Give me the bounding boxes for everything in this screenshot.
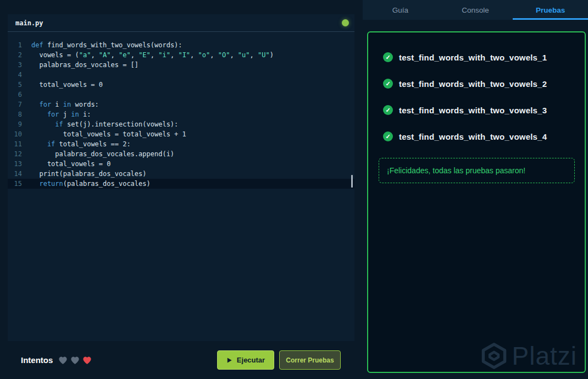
check-icon: ✓: [383, 52, 393, 62]
code-line-text: total_vowels = 0: [31, 159, 111, 169]
line-number: 1: [8, 40, 22, 50]
test-result-row: ✓test_find_words_with_two_vowels_1: [383, 52, 585, 62]
line-number: 6: [8, 90, 22, 100]
editor-footer: Intentos Ejecutar Correr Pruebas: [8, 341, 341, 379]
code-line-text: if total_vowels == 2:: [31, 139, 131, 149]
code-line-text: for j in i:: [31, 109, 91, 119]
code-line[interactable]: 1def find_words_with_two_vowels(words):: [8, 40, 354, 50]
code-line[interactable]: 14 print(palabras_dos_vocales): [8, 169, 354, 179]
run-tests-label: Correr Pruebas: [286, 356, 334, 364]
congrats-message: ¡Felicidades, todas las pruebas pasaron!: [387, 166, 525, 175]
tab-bar: GuíaConsolePruebas: [363, 0, 588, 20]
tab-guia[interactable]: Guía: [363, 0, 438, 20]
footer-buttons: Ejecutar Correr Pruebas: [217, 350, 341, 370]
test-results-list: ✓test_find_words_with_two_vowels_1✓test_…: [368, 52, 585, 141]
test-name: test_find_words_with_two_vowels_4: [399, 132, 547, 141]
editor-header: main.py: [8, 14, 354, 32]
attempts-label: Intentos: [21, 355, 53, 365]
line-number: 3: [8, 60, 22, 70]
line-number: 9: [8, 119, 22, 129]
code-line[interactable]: 9 if set(j).intersection(vowels):: [8, 119, 354, 129]
line-number: 7: [8, 100, 22, 109]
line-number: 5: [8, 80, 22, 90]
check-icon: ✓: [383, 105, 393, 115]
attempts-hearts: [58, 356, 92, 365]
code-line[interactable]: 4: [8, 70, 354, 80]
line-number: 12: [8, 149, 22, 159]
code-line[interactable]: 11 if total_vowels == 2:: [8, 139, 354, 149]
check-icon: ✓: [383, 79, 393, 89]
code-line[interactable]: 12 palabras_dos_vocales.append(i): [8, 149, 354, 159]
tab-console[interactable]: Console: [438, 0, 513, 20]
line-number: 8: [8, 109, 22, 119]
line-number: 10: [8, 129, 22, 139]
code-line[interactable]: 7 for i in words:: [8, 100, 354, 109]
scrollbar-marker[interactable]: [351, 175, 353, 188]
play-icon: [226, 357, 232, 364]
check-icon: ✓: [383, 131, 393, 141]
watermark-text: Platzi: [512, 341, 577, 371]
code-line-text: def find_words_with_two_vowels(words):: [31, 40, 182, 50]
code-area[interactable]: 1def find_words_with_two_vowels(words):2…: [8, 32, 354, 189]
code-line-text: total_vowels = 0: [31, 80, 103, 90]
code-line-text: palabras_dos_vocales.append(i): [31, 149, 174, 159]
line-number: 15: [8, 179, 22, 189]
code-line-text: for i in words:: [31, 100, 99, 109]
test-result-row: ✓test_find_words_with_two_vowels_3: [383, 105, 585, 115]
tab-pruebas[interactable]: Pruebas: [513, 0, 588, 20]
status-dot-icon: [342, 19, 349, 26]
platzi-logo-icon: [480, 341, 508, 371]
file-name: main.py: [15, 19, 43, 27]
run-button-label: Ejecutar: [237, 356, 265, 364]
test-result-row: ✓test_find_words_with_two_vowels_4: [383, 131, 585, 141]
code-line[interactable]: 15 return(palabras_dos_vocales): [8, 179, 354, 189]
editor-pane: main.py 1def find_words_with_two_vowels(…: [0, 0, 363, 379]
test-name: test_find_words_with_two_vowels_3: [399, 106, 547, 115]
code-line[interactable]: 10 total_vowels = total_vowels + 1: [8, 129, 354, 139]
line-number: 13: [8, 159, 22, 169]
test-result-row: ✓test_find_words_with_two_vowels_2: [383, 79, 585, 89]
code-line-text: if set(j).intersection(vowels):: [31, 119, 178, 129]
tests-panel: ✓test_find_words_with_two_vowels_1✓test_…: [367, 31, 586, 373]
line-number: 11: [8, 139, 22, 149]
heart-icon: [82, 356, 92, 365]
code-line-text: return(palabras_dos_vocales): [31, 179, 151, 189]
test-name: test_find_words_with_two_vowels_1: [399, 53, 547, 62]
line-number: 2: [8, 50, 22, 60]
code-editor: main.py 1def find_words_with_two_vowels(…: [8, 14, 354, 341]
platzi-watermark: Platzi: [480, 341, 577, 371]
side-panel: GuíaConsolePruebas ✓test_find_words_with…: [363, 0, 588, 379]
code-line[interactable]: 13 total_vowels = 0: [8, 159, 354, 169]
congrats-box: ¡Felicidades, todas las pruebas pasaron!: [379, 158, 575, 183]
run-tests-button[interactable]: Correr Pruebas: [279, 350, 341, 370]
playground-app: main.py 1def find_words_with_two_vowels(…: [0, 0, 588, 379]
code-line-text: vowels = ("a", "A", "e", "E", "i", "I", …: [31, 50, 274, 60]
code-line-text: print(palabras_dos_vocales): [31, 169, 147, 179]
line-number: 4: [8, 70, 22, 80]
code-line-text: palabras_dos_vocales = []: [31, 60, 138, 70]
code-line[interactable]: 8 for j in i:: [8, 109, 354, 119]
code-line[interactable]: 5 total_vowels = 0: [8, 80, 354, 90]
heart-icon: [58, 356, 68, 365]
heart-icon: [70, 356, 80, 365]
code-line-text: total_vowels = total_vowels + 1: [31, 129, 186, 139]
line-number: 14: [8, 169, 22, 179]
run-button[interactable]: Ejecutar: [217, 350, 274, 370]
code-line[interactable]: 6: [8, 90, 354, 100]
code-line[interactable]: 3 palabras_dos_vocales = []: [8, 60, 354, 70]
code-line[interactable]: 2 vowels = ("a", "A", "e", "E", "i", "I"…: [8, 50, 354, 60]
test-name: test_find_words_with_two_vowels_2: [399, 79, 547, 89]
